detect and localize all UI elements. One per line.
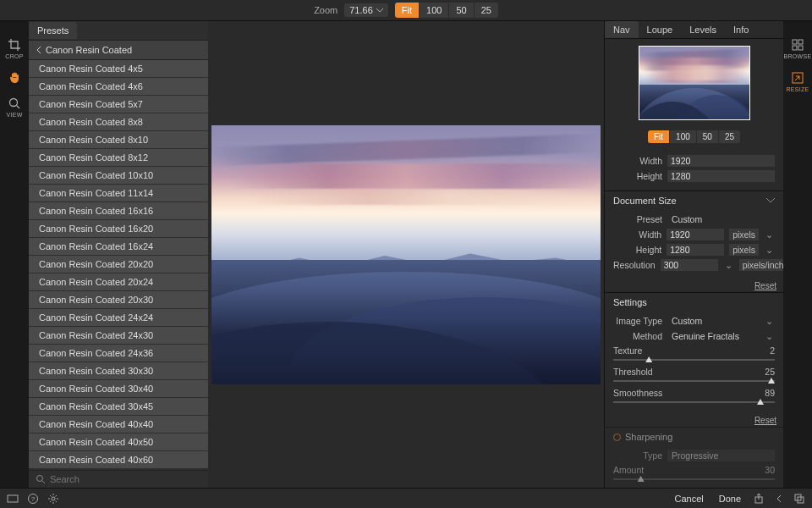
zoom-25-button[interactable]: 25 [475,3,498,18]
help-icon[interactable]: ? [27,493,39,505]
chevron-down-icon[interactable]: ⌄ [764,245,775,255]
presets-group-header[interactable]: Canon Resin Coated [29,40,208,60]
tab-levels[interactable]: Levels [681,21,725,38]
preset-item[interactable]: Canon Resin Coated 20x30 [29,291,208,309]
preset-item[interactable]: Canon Resin Coated 20x24 [29,273,208,291]
preset-item[interactable]: Canon Resin Coated 16x24 [29,238,208,256]
orig-width-label: Width [613,156,662,166]
nav-zoom-group: Fit 100 50 25 [605,127,783,150]
hand-icon [8,71,21,85]
preset-item[interactable]: Canon Resin Coated 40x50 [29,433,208,451]
preset-item[interactable]: Canon Resin Coated 5x7 [29,96,208,113]
imgtype-select[interactable]: Custom [667,315,759,327]
method-select[interactable]: Genuine Fractals [667,330,759,342]
nav-zoom-50[interactable]: 50 [697,130,719,143]
sharpening-header[interactable]: Sharpening [605,428,783,446]
preset-item[interactable]: Canon Resin Coated 4x5 [29,60,208,78]
crop-tool[interactable]: CROP [5,38,23,59]
chevron-down-icon[interactable]: ⌄ [764,316,775,326]
sharpen-type-select[interactable]: Progressive [667,450,775,461]
preset-item[interactable]: Canon Resin Coated 20x20 [29,256,208,273]
cancel-button[interactable]: Cancel [671,492,706,505]
preset-item[interactable]: Canon Resin Coated 24x36 [29,345,208,362]
zoom-button-group: Fit 100 50 25 [395,3,498,18]
tab-info[interactable]: Info [725,21,757,38]
chevron-down-icon [376,8,383,13]
bottombar: ? Cancel Done [0,488,812,508]
tab-nav[interactable]: Nav [605,21,639,38]
svg-rect-5 [798,46,803,50]
docsize-header[interactable]: Document Size [605,191,783,210]
back-icon[interactable] [773,493,785,505]
browse-tool[interactable]: BROWSE [784,38,812,59]
docsize-height-unit[interactable]: pixels [729,244,759,256]
preset-item[interactable]: Canon Resin Coated 8x10 [29,131,208,149]
docsize-res-input[interactable] [661,259,718,271]
docsize-width-unit[interactable]: pixels [729,229,759,240]
preset-item[interactable]: Canon Resin Coated 30x30 [29,362,208,380]
texture-slider[interactable] [613,356,775,363]
docsize-width-input[interactable] [667,229,724,240]
threshold-slider[interactable] [613,378,775,384]
zoom-label: Zoom [314,5,337,15]
nav-zoom-100[interactable]: 100 [670,130,697,143]
preset-item[interactable]: Canon Resin Coated 24x24 [29,309,208,327]
preset-item[interactable]: Canon Resin Coated 4x6 [29,78,208,96]
left-tool-strip: CROP VIEW [0,21,29,488]
presets-list[interactable]: Canon Resin Coated 4x5Canon Resin Coated… [29,60,208,470]
inspector-tabs: Nav Loupe Levels Info [605,21,783,39]
thumbnail-toggle-icon[interactable] [7,493,19,505]
preset-item[interactable]: Canon Resin Coated 8x12 [29,149,208,167]
preset-item[interactable]: Canon Resin Coated 24x30 [29,327,208,345]
zoom-100-button[interactable]: 100 [420,3,449,18]
done-button[interactable]: Done [716,492,744,505]
chevron-down-icon[interactable]: ⌄ [723,260,734,270]
nav-zoom-fit[interactable]: Fit [648,130,670,143]
chevron-down-icon[interactable]: ⌄ [764,331,775,341]
preset-item[interactable]: Canon Resin Coated 11x14 [29,185,208,202]
preset-item[interactable]: Canon Resin Coated 30x45 [29,398,208,416]
zoom-50-button[interactable]: 50 [449,3,474,18]
toggle-dot-icon[interactable] [613,433,621,441]
right-panel: Nav Loupe Levels Info Fit 100 50 25 [604,21,812,488]
preset-item[interactable]: Canon Resin Coated 30x40 [29,380,208,398]
preset-item[interactable]: Canon Resin Coated 16x20 [29,220,208,238]
share-icon[interactable] [753,493,765,505]
search-input[interactable] [50,474,201,484]
magnify-icon [8,97,21,110]
view-tool[interactable]: VIEW [6,97,22,118]
topbar: Zoom 71.66 Fit 100 50 25 [0,0,812,21]
preset-item[interactable]: Canon Resin Coated 40x60 [29,451,208,469]
canvas-area[interactable] [208,21,604,488]
preset-item[interactable]: Canon Resin Coated 16x16 [29,202,208,220]
gear-icon[interactable] [47,493,59,505]
chevron-down-icon[interactable]: ⌄ [764,229,775,240]
crop-icon [8,38,21,52]
docsize-height-input[interactable] [667,244,724,256]
docsize-preset-value: Custom [667,213,775,225]
layers-icon[interactable] [793,493,805,505]
svg-point-0 [10,99,18,107]
preset-item[interactable]: Canon Resin Coated 8x8 [29,113,208,131]
zoom-value-dropdown[interactable]: 71.66 [344,3,388,17]
docsize-res-unit[interactable]: pixels/inch [739,259,783,271]
preset-item[interactable]: Canon Resin Coated 40x40 [29,416,208,433]
svg-point-10 [52,497,55,500]
nav-thumbnail[interactable] [639,46,750,120]
resize-tool[interactable]: RESIZE [786,71,809,92]
amount-slider[interactable] [613,476,775,483]
svg-point-1 [37,476,43,482]
preset-item[interactable]: Canon Resin Coated 10x10 [29,167,208,185]
search-icon [36,474,46,484]
presets-tab[interactable]: Presets [29,22,77,39]
svg-rect-3 [798,40,803,44]
smoothness-slider[interactable] [613,399,775,406]
nav-zoom-25[interactable]: 25 [719,130,740,143]
nav-preview [605,39,783,127]
docsize-reset[interactable]: Reset [605,279,783,292]
hand-tool[interactable] [8,71,21,85]
settings-reset[interactable]: Reset [605,414,783,427]
tab-loupe[interactable]: Loupe [639,21,682,38]
resize-icon [791,71,804,85]
zoom-fit-button[interactable]: Fit [395,3,420,18]
